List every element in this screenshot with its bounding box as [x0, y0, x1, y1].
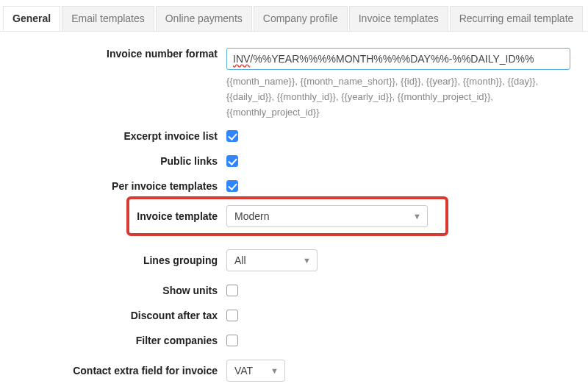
settings-tabs: General Email templates Online payments … [0, 0, 588, 32]
contact-extra-field-value: VAT [234, 365, 253, 376]
filter-companies-checkbox[interactable] [226, 335, 238, 346]
invoice-number-format-input[interactable]: INV/%%YEAR%%%%MONTH%%%%DAY%%-%%DAILY_ID%… [226, 48, 570, 70]
excerpt-invoice-list-label: Excerpt invoice list [13, 130, 226, 142]
contact-extra-field-label: Contact extra field for invoice [13, 365, 226, 376]
show-units-checkbox[interactable] [226, 285, 238, 296]
excerpt-invoice-list-checkbox[interactable] [226, 130, 238, 142]
filter-companies-label: Filter companies [13, 335, 226, 346]
invoice-template-label: Invoice template [135, 210, 226, 222]
lines-grouping-value: All [234, 254, 246, 266]
contact-extra-field-select[interactable]: VAT [226, 360, 285, 382]
public-links-label: Public links [13, 155, 226, 167]
per-invoice-templates-label: Per invoice templates [13, 180, 226, 192]
discount-after-tax-label: Discount after tax [13, 310, 226, 321]
invoice-template-select[interactable]: Modern [226, 205, 428, 227]
invoice-template-value: Modern [234, 210, 269, 222]
tab-general[interactable]: General [3, 6, 60, 31]
tab-email-templates[interactable]: Email templates [62, 6, 154, 31]
tab-online-payments[interactable]: Online payments [156, 6, 252, 31]
invoice-number-format-hint: {{month_name}}, {{month_name_short}}, {{… [226, 74, 570, 120]
discount-after-tax-checkbox[interactable] [226, 310, 238, 321]
lines-grouping-label: Lines grouping [13, 254, 226, 266]
public-links-checkbox[interactable] [226, 155, 238, 167]
tab-recurring-email-template[interactable]: Recurring email template [450, 6, 584, 31]
invoice-number-format-rest: /%%YEAR%%%%MONTH%%%%DAY%%-%%DAILY_ID%% [250, 53, 534, 65]
tab-company-profile[interactable]: Company profile [254, 6, 348, 31]
invoice-number-format-label: Invoice number format [13, 48, 226, 60]
tab-invoice-templates[interactable]: Invoice templates [349, 6, 448, 31]
lines-grouping-select[interactable]: All [226, 249, 318, 271]
per-invoice-templates-checkbox[interactable] [226, 180, 238, 192]
invoice-template-row-highlight: Invoice template Modern ▼ [126, 196, 448, 236]
invoice-number-format-prefix: INV [233, 53, 250, 65]
contact-extra-field-hint: Displayed on invoices (e.g. Client VAT o… [226, 386, 570, 389]
show-units-label: Show units [13, 285, 226, 296]
general-settings-form: Invoice number format INV/%%YEAR%%%%MONT… [0, 32, 588, 389]
